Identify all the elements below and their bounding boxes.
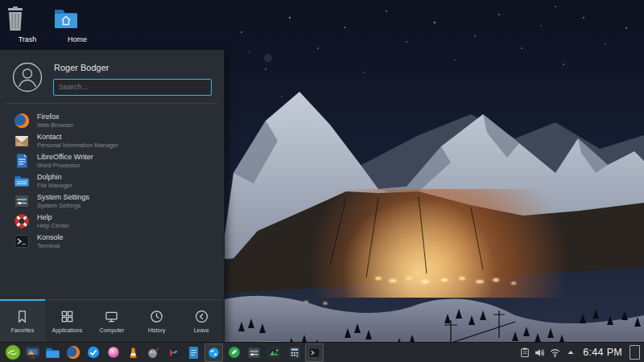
app-description: Help Center <box>37 223 69 229</box>
taskbar-firefox-button[interactable] <box>63 343 83 362</box>
task-button-frame <box>305 343 324 362</box>
tray-expander-button[interactable] <box>564 343 577 362</box>
vlc-cone-icon <box>126 346 140 360</box>
dolphin-icon <box>14 173 30 189</box>
libreoffice-writer-icon <box>14 153 30 169</box>
app-description: Terminal <box>37 243 64 249</box>
show-desktop-button[interactable] <box>630 345 640 360</box>
clipboard-tray-button[interactable] <box>518 343 531 362</box>
launcher-header: Roger Bodger <box>0 50 224 103</box>
leave-circle-icon <box>194 309 209 324</box>
system-settings-icon <box>14 193 30 209</box>
app-name: Konsole <box>37 234 64 241</box>
app-name: Firefox <box>37 113 73 121</box>
taskbar-konsole-task[interactable] <box>304 343 324 362</box>
firefox-icon <box>14 113 30 129</box>
app-description: System Settings <box>37 203 89 209</box>
dolphin-icon <box>45 345 60 360</box>
app-name: LibreOffice Writer <box>37 154 93 161</box>
home-folder-icon <box>52 4 80 33</box>
system-settings-icon <box>247 346 261 360</box>
taskbar-browser-task[interactable] <box>204 343 224 362</box>
app-name: Dolphin <box>37 174 72 181</box>
taskbar-desktop-preview-button[interactable] <box>23 343 43 362</box>
app-description: Personal Information Manager <box>37 142 118 149</box>
digital-clock[interactable]: 6:44 PM <box>583 347 622 358</box>
desktop-icon-trash[interactable]: Trash <box>2 6 53 43</box>
active-tab-indicator <box>0 299 45 301</box>
tab-label: Computer <box>100 327 125 333</box>
taskbar-gimp-button[interactable] <box>143 343 163 362</box>
tab-label: Applications <box>52 327 83 333</box>
tab-label: Favorites <box>10 327 34 333</box>
check-circle-icon <box>87 346 100 359</box>
blue-document-icon <box>188 346 200 360</box>
app-name: System Settings <box>37 194 89 201</box>
desktop-icon-home[interactable]: Home <box>52 4 103 43</box>
tab-label: History <box>148 327 166 333</box>
bookmark-icon <box>14 309 30 324</box>
taskbar-vlc-button[interactable] <box>123 343 143 362</box>
launcher-tabbar: Favorites Applications Computer <box>0 299 224 342</box>
taskbar-updates-button[interactable] <box>83 343 103 362</box>
konsole-icon <box>14 233 30 249</box>
app-item-help[interactable]: Help Help Center <box>0 212 224 232</box>
krita-icon <box>167 346 180 360</box>
gimp-icon <box>147 346 160 360</box>
calculator-icon <box>288 346 301 360</box>
tab-computer[interactable]: Computer <box>89 300 134 342</box>
tab-favorites[interactable]: Favorites <box>0 300 45 342</box>
system-tray: 6:44 PM <box>518 343 642 362</box>
search-input[interactable] <box>53 79 212 96</box>
app-item-konsole[interactable]: Konsole Terminal <box>0 232 224 252</box>
app-item-kontact[interactable]: Kontact Personal Information Manager <box>0 131 224 151</box>
tab-leave[interactable]: Leave <box>179 300 224 342</box>
pink-orb-icon <box>107 346 120 359</box>
user-avatar-icon[interactable] <box>12 62 43 93</box>
volume-tray-button[interactable] <box>533 343 547 362</box>
taskbar-media-player-button[interactable] <box>103 343 123 362</box>
desktop-icon-label: Trash <box>2 35 53 43</box>
app-item-libreoffice-writer[interactable]: LibreOffice Writer Word Processor <box>0 151 224 171</box>
expand-arrow-icon <box>566 348 576 357</box>
app-name: Help <box>37 214 69 221</box>
app-item-system-settings[interactable]: System Settings System Settings <box>0 191 224 212</box>
kontact-icon <box>14 133 30 149</box>
app-name: Kontact <box>37 134 118 141</box>
desktop-preview-icon <box>25 345 40 360</box>
tab-history[interactable]: History <box>134 300 180 342</box>
help-lifebuoy-icon <box>14 213 30 229</box>
taskbar-image-viewer-button[interactable] <box>264 343 284 362</box>
app-item-firefox[interactable]: Firefox Web Browser <box>0 111 224 131</box>
konsole-icon <box>308 347 320 359</box>
clock-icon <box>149 309 164 324</box>
taskbar-calculator-button[interactable] <box>284 343 304 362</box>
network-tray-button[interactable] <box>548 343 562 362</box>
app-description: Web Browser <box>37 122 73 129</box>
application-launcher-menu: Roger Bodger Firefox Web Browser <box>0 50 225 342</box>
task-button-frame <box>204 343 223 362</box>
taskbar-settings-button[interactable] <box>244 343 264 362</box>
menu-spacer <box>0 252 224 300</box>
tab-label: Leave <box>194 327 209 333</box>
taskbar-panel: 6:44 PM <box>0 342 644 362</box>
green-app-icon <box>228 346 241 359</box>
taskbar-krita-button[interactable] <box>163 343 184 362</box>
opensuse-launcher-icon <box>5 344 21 360</box>
user-name: Roger Bodger <box>54 63 212 72</box>
volume-icon <box>534 347 546 359</box>
taskbar-dolphin-button[interactable] <box>43 343 63 362</box>
favorites-app-list: Firefox Web Browser Kontact Personal Inf… <box>0 104 224 252</box>
image-viewer-icon <box>267 346 281 360</box>
monitor-icon <box>104 309 119 324</box>
globe-browser-icon <box>208 347 220 359</box>
desktop-icon-label: Home <box>52 35 103 43</box>
tab-applications[interactable]: Applications <box>45 300 90 342</box>
grid-icon <box>60 309 75 324</box>
app-item-dolphin[interactable]: Dolphin File Manager <box>0 171 224 191</box>
trash-icon <box>2 6 29 33</box>
taskbar-document-button[interactable] <box>184 343 204 362</box>
application-launcher-button[interactable] <box>2 343 23 362</box>
taskbar-green-app-button[interactable] <box>224 343 244 362</box>
app-description: File Manager <box>37 183 72 189</box>
